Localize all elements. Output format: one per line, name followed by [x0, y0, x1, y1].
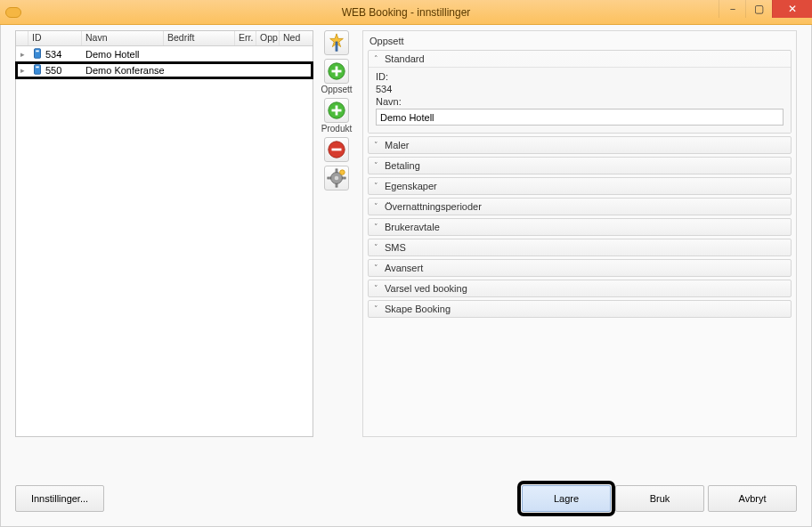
chevron-down-icon: ˅ — [374, 141, 385, 150]
wand-star-icon — [324, 30, 349, 55]
svg-rect-0 — [34, 49, 40, 59]
bottom-bar: Innstillinger... Lagre Bruk Avbryt — [1, 473, 811, 526]
cell-id: 550 — [42, 65, 82, 76]
chevron-down-icon: ˅ — [374, 161, 385, 170]
grid-body: ▸ 534 Demo Hotell ▸ — [16, 46, 313, 78]
svg-rect-1 — [36, 50, 39, 52]
accordion-title: Maler — [385, 140, 410, 150]
navn-label: Navn: — [376, 96, 784, 107]
grid-expand-col — [16, 31, 28, 45]
innstillinger-button[interactable]: Innstillinger... — [15, 485, 104, 512]
accordion-skape: ˅ Skape Booking — [368, 300, 792, 318]
svg-rect-3 — [36, 66, 39, 68]
chevron-down-icon: ˅ — [374, 223, 385, 231]
accordion-standard: ˄ Standard ID: 534 Navn: — [368, 50, 792, 134]
accordion-overnattningsperioder: ˅ Övernattningsperioder — [368, 198, 792, 215]
svg-rect-16 — [336, 169, 337, 173]
accordion-header[interactable]: ˅ Betaling — [369, 158, 791, 174]
accordion-title: Avansert — [385, 263, 423, 273]
chevron-down-icon: ˅ — [374, 264, 385, 272]
accordion-header[interactable]: ˅ Maler — [369, 137, 791, 153]
wizard-button[interactable] — [321, 30, 352, 55]
id-value: 534 — [376, 84, 784, 94]
accordion-body-standard: ID: 534 Navn: — [369, 67, 791, 133]
delete-button[interactable] — [321, 137, 352, 162]
gear-icon — [324, 166, 349, 191]
accordion-header[interactable]: ˅ Skape Booking — [369, 301, 791, 317]
grid-header: ID Navn Bedrift Err. Opp Ned — [16, 31, 313, 46]
svg-point-15 — [335, 176, 339, 181]
accordion-title: SMS — [385, 242, 406, 253]
oppsett-panel: Oppsett ˄ Standard ID: 534 Navn: ˅ Maler… — [362, 30, 797, 437]
chevron-down-icon: ˅ — [374, 202, 385, 211]
add-green-icon — [324, 98, 349, 123]
app-icon — [5, 7, 21, 18]
svg-rect-5 — [336, 42, 337, 51]
svg-rect-18 — [328, 177, 331, 179]
accordion-egenskaper: ˅ Egenskaper — [368, 177, 792, 195]
window-controls: － ▢ ✕ — [719, 0, 812, 20]
cell-navn: Demo Konferansesenter — [82, 65, 164, 76]
accordion-header-standard[interactable]: ˄ Standard — [369, 51, 791, 67]
maximize-button[interactable]: ▢ — [745, 0, 772, 18]
expand-toggle[interactable]: ▸ — [16, 66, 28, 75]
minimize-button[interactable]: － — [719, 0, 745, 18]
svg-rect-11 — [332, 109, 342, 112]
accordion-title: Brukeravtale — [385, 222, 440, 232]
navn-input[interactable] — [376, 109, 784, 126]
title-bar: WEB Booking - innstillinger － ▢ ✕ — [0, 0, 812, 25]
col-id[interactable]: ID — [28, 31, 82, 45]
panel-title: Oppsett — [368, 34, 792, 50]
table-row[interactable]: ▸ 534 Demo Hotell — [16, 46, 313, 62]
chevron-down-icon: ˅ — [374, 182, 385, 191]
svg-rect-8 — [332, 70, 342, 73]
lagre-button[interactable]: Lagre — [522, 485, 611, 512]
expand-toggle[interactable]: ▸ — [16, 50, 28, 59]
accordion-header[interactable]: ˅ Avansert — [369, 260, 791, 276]
cell-navn: Demo Hotell — [82, 49, 164, 60]
produkt-label: Produkt — [321, 124, 352, 134]
chevron-down-icon: ˅ — [374, 284, 385, 293]
accordion-title: Varsel ved booking — [385, 283, 467, 294]
accordion-title: Egenskaper — [385, 181, 437, 191]
accordion-varsel: ˅ Varsel ved booking — [368, 280, 792, 297]
accordion-header[interactable]: ˅ Övernattningsperioder — [369, 199, 791, 215]
oppsett-label: Oppsett — [321, 85, 352, 94]
chevron-down-icon: ˅ — [374, 304, 385, 313]
add-oppsett-button[interactable]: Oppsett — [321, 59, 352, 94]
avbryt-button[interactable]: Avbryt — [708, 485, 797, 512]
accordion-header[interactable]: ˅ Brukeravtale — [369, 219, 791, 235]
chevron-up-icon: ˄ — [374, 54, 385, 63]
chevron-down-icon: ˅ — [374, 243, 385, 252]
col-bedrift[interactable]: Bedrift — [164, 31, 235, 45]
col-navn[interactable]: Navn — [82, 31, 164, 45]
svg-rect-19 — [342, 177, 345, 179]
accordion-header[interactable]: ˅ SMS — [369, 239, 791, 255]
svg-rect-13 — [332, 149, 342, 151]
add-produkt-button[interactable]: Produkt — [321, 98, 352, 134]
col-ned[interactable]: Ned — [280, 31, 313, 45]
col-err[interactable]: Err. — [235, 31, 256, 45]
id-label: ID: — [376, 71, 784, 82]
setup-icon — [30, 46, 42, 60]
delete-red-icon — [324, 137, 349, 162]
accordion-avansert: ˅ Avansert — [368, 259, 792, 277]
setup-icon — [30, 62, 42, 76]
setup-grid: ID Navn Bedrift Err. Opp Ned ▸ 534 Demo … — [15, 30, 313, 437]
close-button[interactable]: ✕ — [772, 0, 812, 18]
accordion-title: Övernattningsperioder — [385, 201, 482, 212]
svg-rect-2 — [34, 65, 40, 75]
bruk-button[interactable]: Bruk — [615, 485, 704, 512]
window-title: WEB Booking - innstillinger — [342, 6, 471, 19]
col-opp[interactable]: Opp — [256, 31, 280, 45]
accordion-brukeravtale: ˅ Brukeravtale — [368, 218, 792, 236]
row-icon-cell — [28, 62, 42, 77]
settings-button[interactable] — [321, 166, 352, 191]
row-icon-cell — [28, 46, 42, 61]
cell-id: 534 — [42, 49, 82, 60]
accordion-header[interactable]: ˅ Varsel ved booking — [369, 280, 791, 296]
accordion-header[interactable]: ˅ Egenskaper — [369, 178, 791, 194]
accordion-betaling: ˅ Betaling — [368, 157, 792, 174]
svg-point-20 — [340, 170, 345, 175]
table-row[interactable]: ▸ 550 Demo Konferansesenter — [16, 62, 313, 78]
